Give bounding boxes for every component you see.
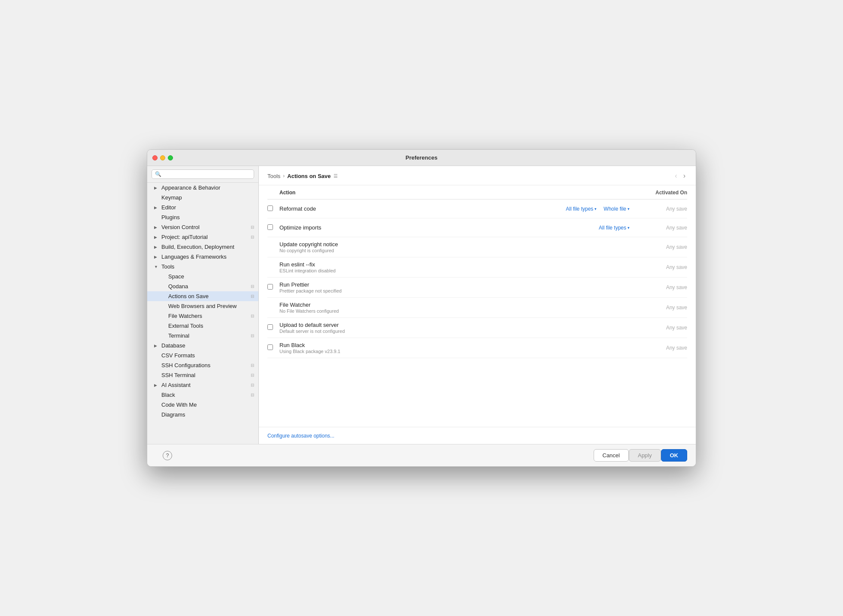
sidebar-item-plugins[interactable]: Plugins (147, 212, 258, 222)
sidebar-settings-icon-file-watchers: ⊟ (251, 314, 254, 318)
sidebar-item-keymap[interactable]: Keymap (147, 193, 258, 202)
row-title-optimize-imports: Optimize imports (279, 224, 597, 231)
sidebar-item-database[interactable]: ▶Database (147, 341, 258, 350)
row-activated-run-black: Any save (636, 345, 687, 351)
row-main-reformat-code: Reformat code (279, 205, 564, 212)
sidebar-item-version-control[interactable]: ▶Version Control⊟ (147, 222, 258, 232)
sidebar-label-diagrams: Diagrams (161, 411, 254, 418)
sidebar-item-web-browsers[interactable]: Web Browsers and Preview (147, 301, 258, 311)
panel-header: Tools › Actions on Save ☰ ‹ › (259, 166, 696, 185)
column-activated-header: Activated On (636, 190, 687, 196)
breadcrumb-parent[interactable]: Tools (267, 173, 280, 179)
table-container: Action Activated On Reformat codeAll fil… (259, 185, 696, 427)
sidebar-label-black: Black (161, 392, 249, 398)
checkbox-run-prettier[interactable] (267, 284, 273, 290)
apply-button[interactable]: Apply (629, 449, 661, 462)
sidebar-label-actions-on-save: Actions on Save (168, 293, 249, 299)
row-title-upload-to-server: Upload to default server (279, 322, 636, 328)
sidebar-item-qodana[interactable]: Qodana⊟ (147, 281, 258, 291)
minimize-button[interactable] (160, 155, 165, 160)
sidebar-label-terminal: Terminal (168, 332, 249, 339)
sidebar-item-code-with-me[interactable]: Code With Me (147, 400, 258, 410)
sidebar-label-keymap: Keymap (161, 194, 254, 201)
row-activated-run-prettier: Any save (636, 284, 687, 290)
row-subtitle-file-watcher: No File Watchers configured (279, 308, 636, 314)
table-row-run-eslint: Run eslint --fixESLint integration disab… (267, 257, 687, 278)
search-wrap[interactable]: 🔍 (152, 169, 254, 179)
sidebar-item-space[interactable]: Space (147, 272, 258, 281)
sidebar-item-project[interactable]: ▶Project: apiTutorial⊟ (147, 232, 258, 242)
autosave-link[interactable]: Configure autosave options... (267, 433, 334, 439)
row-title-file-watcher: File Watcher (279, 302, 636, 308)
sidebar-item-languages[interactable]: ▶Languages & Frameworks (147, 252, 258, 262)
sidebar-arrow-build: ▶ (154, 245, 160, 249)
checkbox-optimize-imports[interactable] (267, 224, 273, 230)
row-activated-update-copyright: Any save (636, 244, 687, 250)
traffic-lights (152, 155, 173, 160)
row-title-reformat-code: Reformat code (279, 205, 564, 212)
table-rows: Reformat codeAll file types ▾Whole file … (267, 199, 687, 358)
sidebar-label-ssh-terminal: SSH Terminal (161, 372, 249, 378)
sidebar-label-tools: Tools (161, 263, 254, 270)
sidebar-label-plugins: Plugins (161, 214, 254, 220)
sidebar-settings-icon-actions-on-save: ⊟ (251, 294, 254, 299)
close-button[interactable] (152, 155, 158, 160)
checkbox-run-black[interactable] (267, 344, 273, 350)
sidebar-label-editor: Editor (161, 204, 254, 211)
row-main-run-eslint: Run eslint --fixESLint integration disab… (279, 261, 636, 273)
sidebar-item-editor[interactable]: ▶Editor (147, 202, 258, 212)
table-row-run-black: Run BlackUsing Black package v23.9.1Any … (267, 338, 687, 358)
sidebar-item-build[interactable]: ▶Build, Execution, Deployment (147, 242, 258, 252)
sidebar-item-ssh-terminal[interactable]: SSH Terminal⊟ (147, 370, 258, 380)
sidebar-arrow-project: ▶ (154, 235, 160, 239)
sidebar-label-appearance: Appearance & Behavior (161, 184, 254, 191)
help-button[interactable]: ? (163, 451, 172, 460)
window-title: Preferences (406, 154, 437, 161)
sidebar-label-space: Space (168, 273, 254, 280)
breadcrumb-menu-icon[interactable]: ☰ (334, 173, 338, 179)
sidebar-arrow-editor: ▶ (154, 205, 160, 210)
sidebar-item-black[interactable]: Black⊟ (147, 390, 258, 400)
sidebar-item-diagrams[interactable]: Diagrams (147, 410, 258, 420)
checkbox-upload-to-server[interactable] (267, 324, 273, 330)
sidebar-label-file-watchers: File Watchers (168, 313, 249, 319)
sidebar-arrow-ai-assistant: ▶ (154, 383, 160, 387)
row-main-file-watcher: File WatcherNo File Watchers configured (279, 302, 636, 314)
sidebar-item-external-tools[interactable]: External Tools (147, 321, 258, 331)
preferences-window: Preferences 🔍 ▶Appearance & BehaviorKeym… (147, 149, 696, 467)
row-activated-run-eslint: Any save (636, 264, 687, 270)
sidebar-arrow-version-control: ▶ (154, 225, 160, 229)
row-subtitle-upload-to-server: Default server is not configured (279, 329, 636, 334)
nav-forward-button[interactable]: › (682, 171, 687, 181)
sidebar-item-csv-formats[interactable]: CSV Formats (147, 350, 258, 360)
sidebar: 🔍 ▶Appearance & BehaviorKeymap▶EditorPlu… (147, 166, 259, 444)
maximize-button[interactable] (168, 155, 173, 160)
row-subtitle-run-prettier: Prettier package not specified (279, 288, 636, 293)
sidebar-arrow-appearance: ▶ (154, 186, 160, 190)
dropdown-chevron-optimize-imports-0: ▾ (628, 226, 630, 230)
ok-button[interactable]: OK (661, 449, 688, 462)
search-input[interactable] (164, 171, 251, 177)
row-main-update-copyright: Update copyright noticeNo copyright is c… (279, 241, 636, 253)
breadcrumb: Tools › Actions on Save ☰ (267, 173, 338, 184)
sidebar-item-ssh-configurations[interactable]: SSH Configurations⊟ (147, 360, 258, 370)
row-subtitle-run-black: Using Black package v23.9.1 (279, 349, 636, 354)
sidebar-item-actions-on-save[interactable]: Actions on Save⊟ (147, 291, 258, 301)
sidebar-item-tools[interactable]: ▼Tools (147, 262, 258, 272)
sidebar-label-version-control: Version Control (161, 224, 249, 230)
sidebar-item-ai-assistant[interactable]: ▶AI Assistant⊟ (147, 380, 258, 390)
row-main-upload-to-server: Upload to default serverDefault server i… (279, 322, 636, 334)
row-activated-optimize-imports: Any save (636, 225, 687, 231)
sidebar-item-terminal[interactable]: Terminal⊟ (147, 331, 258, 341)
sidebar-label-database: Database (161, 342, 254, 349)
dropdown-reformat-code-1[interactable]: Whole file ▾ (602, 205, 631, 213)
dropdown-optimize-imports-0[interactable]: All file types ▾ (597, 224, 631, 232)
checkbox-reformat-code[interactable] (267, 205, 273, 211)
nav-back-button[interactable]: ‹ (673, 171, 679, 181)
dropdown-reformat-code-0[interactable]: All file types ▾ (564, 205, 598, 213)
sidebar-label-code-with-me: Code With Me (161, 402, 254, 408)
cancel-button[interactable]: Cancel (594, 449, 629, 462)
row-activated-upload-to-server: Any save (636, 325, 687, 331)
sidebar-item-appearance[interactable]: ▶Appearance & Behavior (147, 183, 258, 193)
sidebar-item-file-watchers[interactable]: File Watchers⊟ (147, 311, 258, 321)
